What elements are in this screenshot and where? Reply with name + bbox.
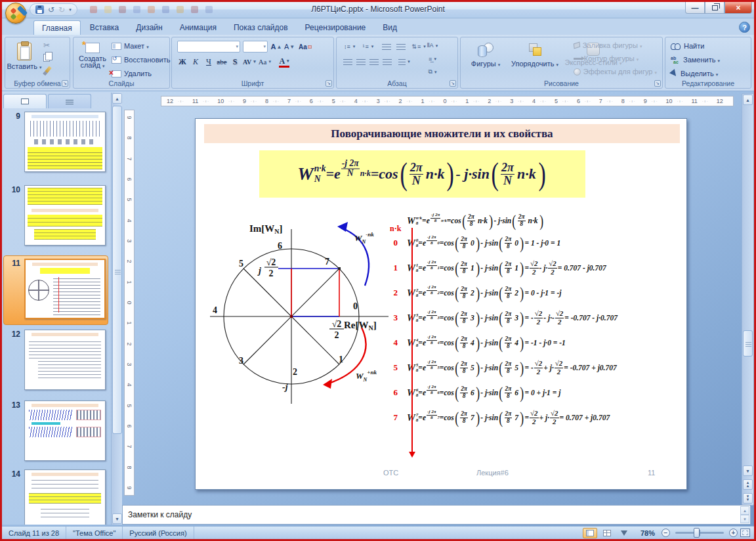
justify-button[interactable] [381,56,393,68]
italic-button[interactable]: К [190,56,201,68]
convert-smartart-button[interactable]: ⧉ [425,66,440,77]
scroll-up-icon[interactable]: ▲ [743,95,753,105]
slide-canvas[interactable]: Поворачивающие множители и их свойства W… [195,118,687,490]
tab-Дизайн[interactable]: Дизайн [128,20,170,35]
notes-scroll-down-icon[interactable]: ▼ [740,515,749,523]
delete-slide-button[interactable]: Удалить [112,68,170,79]
slide-thumbnail-11[interactable]: 11 [3,259,108,322]
zoom-in-button[interactable]: + [729,529,738,537]
shrink-font-button[interactable]: A▼ [284,41,295,53]
tab-Вставка[interactable]: Вставка [82,20,127,35]
numbering-button[interactable]: ¹≡ [360,41,376,53]
tab-Вид[interactable]: Вид [375,20,405,35]
slide-thumbnail-13[interactable]: 13 [3,400,108,464]
tab-Показ слайдов[interactable]: Показ слайдов [226,20,296,35]
bold-button[interactable]: Ж [177,56,188,68]
slide-title[interactable]: Поворачивающие множители и их свойства [204,124,680,143]
columns-button[interactable] [396,56,413,68]
panel-scrollbar[interactable]: ▲ ▼ [111,93,122,525]
align-left-button[interactable] [342,56,354,68]
minimize-button[interactable]: — [685,2,705,14]
font-color-button[interactable]: А [279,56,289,68]
shape-outline-button[interactable]: Контур фигуры [574,54,657,63]
close-button[interactable]: × [724,2,752,14]
tab-Анимация[interactable]: Анимация [172,20,224,35]
theme-name[interactable]: "Тема Office" [66,527,123,539]
thumbnail-preview[interactable] [24,185,106,246]
font-name-combo[interactable] [177,41,240,53]
thumbnail-preview[interactable] [24,469,106,525]
reset-button[interactable]: Восстановить [112,54,170,65]
tab-Рецензирование[interactable]: Рецензирование [297,20,374,35]
tab-Главная[interactable]: Главная [33,20,81,35]
unit-circle-diagram[interactable]: Im[WN] Re[WN] 6 5 7 4 0 1 3 2 -j j √2 2 … [201,219,398,409]
next-slide-button[interactable]: ▼▼ [743,493,753,504]
decrease-indent-button[interactable] [380,41,393,53]
drawing-dialog-launcher-icon[interactable]: ↘ [654,80,661,87]
shape-effects-button[interactable]: Эффекты для фигур [574,67,657,76]
zoom-slider-thumb[interactable] [694,528,700,538]
notes-scroll-up-icon[interactable]: ▲ [740,506,749,515]
character-spacing-button[interactable]: AV [243,56,256,68]
change-case-button[interactable]: Aa [259,56,271,68]
paragraph-dialog-launcher-icon[interactable]: ↘ [450,80,456,87]
slide-sorter-button[interactable] [600,528,614,538]
clear-formatting-button[interactable]: Аа [298,41,312,53]
help-button[interactable]: ? [739,22,750,33]
language-indicator[interactable]: Русский (Россия) [123,527,194,539]
thumbnail-preview[interactable] [24,400,106,461]
replace-button[interactable]: Заменить [671,55,720,64]
text-shadow-button[interactable]: S [230,56,240,68]
scrollbar-thumb[interactable] [743,330,753,357]
thumbnail-preview[interactable] [24,112,106,172]
normal-view-button[interactable] [583,528,597,538]
strikethrough-button[interactable]: abe [217,56,227,68]
thumbnail-preview[interactable] [24,330,106,390]
zoom-out-button[interactable]: − [662,529,670,537]
increase-indent-button[interactable] [394,41,408,53]
twiddle-factor-table[interactable]: n·kWn·k8 = e-j 2π8n·k = cos(2π8n·k) - j·… [390,211,686,430]
paste-button[interactable]: Вставить [9,40,39,79]
align-right-button[interactable] [368,56,380,68]
new-slide-button[interactable]: Создать слайд [76,40,109,81]
restore-button[interactable] [705,2,724,14]
office-button[interactable] [5,3,26,24]
thumbnail-preview[interactable] [24,259,106,319]
arrange-button[interactable]: Упорядочить [508,40,562,81]
underline-button[interactable]: Ч [203,56,214,68]
slide-thumbnail-9[interactable]: 9 [3,112,108,175]
shapes-button[interactable]: Фигуры [466,40,505,81]
fit-to-window-button[interactable] [740,529,750,537]
panel-scroll-up-icon[interactable]: ▲ [112,93,122,104]
find-button[interactable]: Найти [671,41,720,51]
format-painter-icon[interactable] [45,66,51,74]
copy-icon[interactable] [43,54,50,62]
zoom-level[interactable]: 78% [640,529,655,537]
zoom-slider[interactable] [675,532,724,534]
notes-pane[interactable]: Заметки к слайду ▲ ▼ [122,505,751,525]
cut-icon[interactable]: ✂ [43,41,50,49]
panel-scroll-down-icon[interactable]: ▼ [112,513,122,524]
main-scrollbar[interactable]: ▲ ▼ ▲▲ ▼▼ [742,93,754,506]
outline-tab[interactable] [48,94,91,108]
slideshow-button[interactable] [617,528,631,538]
panel-scrollbar-thumb[interactable] [112,106,122,434]
align-center-button[interactable] [355,56,367,68]
layout-button[interactable]: Макет [112,41,170,51]
clipboard-dialog-launcher-icon[interactable]: ↘ [62,80,68,87]
slide-thumbnail-10[interactable]: 10 [3,185,108,248]
scroll-down-icon[interactable]: ▼ [743,465,753,476]
slide-thumbnail-14[interactable]: 14 [3,469,108,525]
align-text-button[interactable]: ≡̲ [425,53,440,64]
select-button[interactable]: Выделить [671,69,720,78]
slides-tab[interactable] [3,94,47,108]
grow-font-button[interactable]: A▲ [270,41,282,53]
main-formula-box[interactable]: Wn·kN = e-j 2πNn·k = cos(2πNn·k) - j·sin… [259,150,585,198]
slide-thumbnail-12[interactable]: 12 [3,330,108,393]
previous-slide-button[interactable]: ▲▲ [743,479,753,490]
font-size-combo[interactable] [243,41,268,53]
shape-fill-button[interactable]: Заливка фигуры [574,41,657,50]
font-dialog-launcher-icon[interactable]: ↘ [326,80,332,87]
text-direction-button[interactable]: ⫴A [425,40,440,51]
bullets-button[interactable]: ⁝≡ [342,41,358,53]
